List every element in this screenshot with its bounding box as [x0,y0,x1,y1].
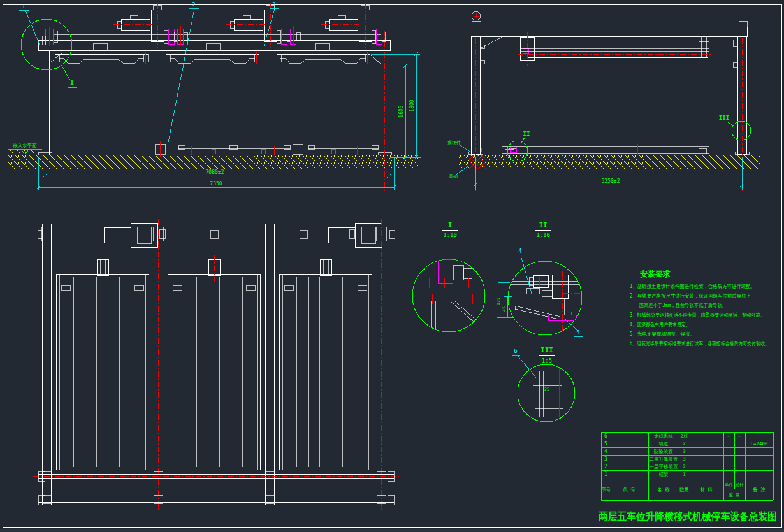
plan-view [33,219,399,512]
bom-cell: 走线系统 [654,433,674,439]
detail-circle-iii [732,121,751,140]
dim-front-height-outer: 1800 [409,99,415,111]
detail-iii-id: III [541,346,553,354]
upper-pallet-bay1 [55,52,148,66]
view-marker-i: I [70,79,74,86]
dim-front-width-outer: 7350 [210,181,222,187]
dim-front-width-inner: 7080±2 [206,169,224,175]
detail-iii-scale: 1:5 [542,357,552,364]
detail-view-i: I 1:10 [412,221,487,334]
view-marker-ii: II [523,131,530,137]
detail-ii-dimensions: 175 45 [496,282,514,317]
balloon-1: 1 [22,3,25,10]
bom-cell: 1 [683,471,686,477]
bom-header-cell: 材 料 [700,487,713,492]
bom-row-5: 5 轨道 2 L=7400 [604,441,768,447]
bom-cell: 防坠装置 [654,449,674,454]
upper-pallet-bay3 [277,52,370,66]
dim-side-width: 5250±2 [602,178,620,184]
balloon-5: 5 [576,329,579,336]
ground-pallets [155,141,378,157]
bom-header-cell: 重 量 [729,492,740,498]
bom-cell: L=7400 [750,441,768,447]
side-note-top: 预埋件 [447,140,461,145]
bom-cell: 5 [604,441,607,447]
cad-drawing-canvas[interactable]: 嵌入水平面 7080±2 7350 1600 1800 [0,0,784,532]
bom-row-2: 2 一层平移装置 2 [604,464,686,470]
detail-i-id: I [448,221,453,229]
bom-header-cell: 备 注 [753,487,766,492]
note-line-3: 3、机械部分要运转灵活不得卡滞，防坠器要运动灵活、制动可靠。 [630,312,765,318]
bom-header-cell: 序号 [601,487,611,492]
bom-cell: — [727,433,730,439]
bom-cell: 3 [683,449,686,454]
bom-header-cell: 名 称 [657,487,670,492]
note-line-6: 6、组装完毕后要按标准要求进行试车，各项指标合格后方可交付验收。 [630,341,769,347]
bom-cell: 3 [604,456,607,462]
bom-row-1: 1 框架 1 [604,471,686,477]
balloon-leaders: 1 2 3 [19,1,279,145]
balloon-4: 4 [518,248,521,254]
cad-application-canvas: 嵌入水平面 7080±2 7350 1600 1800 [0,0,784,532]
bom-cell: 二层升降装置 [650,456,679,462]
dim-front-height-inner: 1600 [398,105,404,117]
detail-view-iii: III 1:5 25 6 [512,346,575,422]
bom-cell: 2 [683,441,686,447]
ground-hatch [8,155,418,169]
bom-header-cell: 数量 [679,487,690,492]
bom-cell: 一层平移装置 [650,464,679,470]
detail-i-scale: 1:10 [443,232,457,238]
note-line-2b: 面高差小于3mm，且前导轨不低于后导轨。 [630,303,727,308]
note-line-2: 2、导轨要严格按尺寸进行安装，保证同组车位前后导轨上 [630,293,751,299]
install-notes: 安装要求 1、基础按土建设计条件图进行检查，合格后方可进行装配。 2、导轨要严格… [630,270,769,347]
bom-cell: 6 [604,433,607,439]
bom-header-cell: 代 号 [622,487,635,492]
motor-unit-2 [226,3,300,48]
detail-ii-id: II [539,221,547,229]
bom-cell: 2 [683,464,686,470]
bom-cell: 轨道 [659,441,669,447]
bom-row-4: 4 防坠装置 3 [604,449,686,454]
bom-cell: 1 [604,471,607,477]
motor-unit-1 [113,3,187,48]
plan-columns [41,219,386,512]
bom-header-cell: 总计 [735,482,744,487]
detail-iii-boundary [518,364,575,422]
bom-cell: — [738,433,741,439]
side-note-bottom: 基础 [449,174,458,179]
front-height-dimensions: 1600 1800 [371,52,421,159]
plan-pallet-bay2 [168,255,260,470]
upper-pallet-bay2 [166,52,259,66]
front-elevation-view: 嵌入水平面 7080±2 7350 1600 1800 [8,1,421,192]
bom-table: 6 走线系统 2对 — — 5 轨道 2 L=7400 4 防坠装置 3 3 二… [601,432,773,500]
dim-detail3-a: 25 [544,387,549,392]
notes-title: 安装要求 [640,270,671,278]
plan-pallet-bay3 [279,255,372,470]
note-line-5: 5、光电支架现场调整、焊接。 [630,331,695,337]
detail-ii-scale: 1:10 [536,232,550,238]
view-marker-iii: III [719,115,729,121]
balloon-3: 3 [272,1,275,8]
bom-cell: 2对 [680,433,688,439]
side-elevation-view: 5250±2 预埋件 基础 II III [447,11,760,191]
bom-row-3: 3 二层升降装置 3 [604,456,686,462]
bom-cell: 框架 [659,471,669,477]
bom-header: 序号 代 号 名 称 数量 材 料 单件 总计 重 量 备 注 [601,482,766,498]
bom-cell: 2 [604,464,607,470]
dim-detail2-a: 175 [496,298,501,305]
motor-unit-3 [321,3,385,48]
bom-cell: 4 [604,449,607,454]
drawing-title: 两层五车位升降横移式机械停车设备总装图 [598,510,777,522]
ground-hatch [459,155,760,169]
dim-detail2-b: 45 [502,306,507,312]
foundation-hatch [469,155,486,169]
datum-label: 嵌入水平面 [13,143,37,148]
detail-i-boundary [412,259,485,332]
bom-header-cell: 单件 [725,482,734,487]
status-strip [0,529,784,532]
balloon-2: 2 [192,1,195,8]
plan-pallet-bay1 [56,255,149,470]
balloon-6: 6 [514,348,517,354]
bom-row-6: 6 走线系统 2对 — — [604,433,741,439]
note-line-4: 4、面漆颜色由用户要求另定。 [630,322,690,327]
